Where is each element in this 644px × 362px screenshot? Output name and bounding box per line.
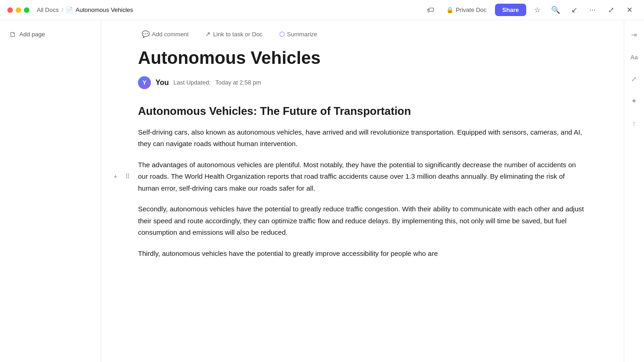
summarize-label: Summarize bbox=[287, 31, 317, 38]
close-icon-button[interactable]: ✕ bbox=[622, 3, 637, 17]
breadcrumb-separator: / bbox=[62, 6, 63, 13]
export-sidebar-button[interactable]: ↑ bbox=[627, 116, 642, 130]
paragraph-2-text: The advantages of autonomous vehicles ar… bbox=[138, 161, 576, 192]
share-sidebar-button[interactable]: ⤢ bbox=[627, 72, 642, 86]
private-doc-label: Private Doc bbox=[456, 6, 487, 13]
link-to-task-button[interactable]: ↗ Link to task or Doc bbox=[201, 28, 266, 40]
expand-icon-button[interactable]: ⤢ bbox=[604, 3, 618, 17]
paragraph-wrapper-1: Self-driving cars, also known as autonom… bbox=[138, 126, 587, 150]
tag-icon-button[interactable]: 🏷 bbox=[423, 3, 438, 17]
settings-sidebar-button[interactable]: ✦ bbox=[627, 94, 642, 108]
content-area: 💬 Add comment ↗ Link to task or Doc ⬡ Su… bbox=[101, 20, 624, 362]
add-page-button[interactable]: 🗋 Add page bbox=[6, 28, 95, 41]
lock-icon: 🔒 bbox=[446, 6, 454, 13]
maximize-button[interactable] bbox=[24, 7, 29, 13]
avatar: Y bbox=[138, 76, 151, 89]
comment-icon: 💬 bbox=[142, 30, 150, 38]
right-sidebar: ⇥ Aa ⤢ ✦ ↑ bbox=[624, 20, 644, 362]
document-title: Autonomous Vehicles bbox=[138, 48, 587, 69]
minimize-button[interactable] bbox=[16, 7, 21, 13]
star-icon-button[interactable]: ☆ bbox=[530, 3, 545, 17]
main-layout: 🗋 Add page 💬 Add comment ↗ Link to task … bbox=[0, 20, 644, 362]
breadcrumb: All Docs / 📄 Autonomous Vehicles bbox=[37, 6, 133, 13]
doc-icon: 📄 bbox=[66, 6, 73, 13]
private-doc-button[interactable]: 🔒 Private Doc bbox=[442, 5, 491, 15]
paragraph-wrapper-4: Thirdly, autonomous vehicles have the po… bbox=[138, 248, 587, 260]
paragraph-4: Thirdly, autonomous vehicles have the po… bbox=[138, 248, 587, 260]
breadcrumb-doc-title: Autonomous Vehicles bbox=[75, 6, 133, 13]
add-comment-label: Add comment bbox=[152, 31, 189, 38]
summarize-icon: ⬡ bbox=[279, 30, 285, 38]
font-size-button[interactable]: Aa bbox=[627, 50, 642, 64]
export-icon-button[interactable]: ↙ bbox=[567, 3, 581, 17]
paragraph-wrapper-3: Secondly, autonomous vehicles have the p… bbox=[138, 203, 587, 238]
close-button[interactable] bbox=[7, 7, 13, 13]
doc-author: You bbox=[155, 79, 169, 87]
collapse-sidebar-button[interactable]: ⇥ bbox=[627, 28, 642, 42]
titlebar-right: 🏷 🔒 Private Doc Share ☆ 🔍 ↙ ··· ⤢ ✕ bbox=[423, 3, 637, 17]
left-sidebar: 🗋 Add page bbox=[0, 20, 101, 362]
link-icon: ↗ bbox=[205, 30, 211, 38]
titlebar: All Docs / 📄 Autonomous Vehicles 🏷 🔒 Pri… bbox=[0, 0, 644, 20]
toolbar-row: 💬 Add comment ↗ Link to task or Doc ⬡ Su… bbox=[138, 20, 587, 44]
search-icon-button[interactable]: 🔍 bbox=[548, 3, 563, 17]
add-page-icon: 🗋 bbox=[9, 30, 16, 38]
breadcrumb-all-docs[interactable]: All Docs bbox=[37, 6, 59, 13]
paragraph-1: Self-driving cars, also known as autonom… bbox=[138, 126, 587, 150]
last-updated-value: Today at 2:58 pm bbox=[215, 79, 261, 86]
paragraph-2: The advantages of autonomous vehicles ar… bbox=[138, 159, 587, 194]
paragraph-wrapper-2: + ⠿ The advantages of autonomous vehicle… bbox=[138, 159, 587, 194]
last-updated-label: Last Updated: bbox=[173, 79, 211, 86]
share-button[interactable]: Share bbox=[495, 4, 526, 16]
drag-handle-button[interactable]: ⠿ bbox=[122, 171, 132, 181]
doc-meta: Y You Last Updated: Today at 2:58 pm bbox=[138, 76, 587, 89]
add-page-label: Add page bbox=[19, 31, 45, 38]
section-title: Autonomous Vehicles: The Future of Trans… bbox=[138, 104, 587, 118]
add-block-button[interactable]: + bbox=[110, 171, 121, 181]
summarize-button[interactable]: ⬡ Summarize bbox=[276, 28, 321, 40]
more-options-button[interactable]: ··· bbox=[585, 3, 600, 17]
add-comment-button[interactable]: 💬 Add comment bbox=[138, 28, 192, 40]
paragraph-3: Secondly, autonomous vehicles have the p… bbox=[138, 203, 587, 238]
link-to-task-label: Link to task or Doc bbox=[213, 31, 263, 38]
breadcrumb-doc[interactable]: 📄 Autonomous Vehicles bbox=[66, 6, 133, 13]
traffic-lights bbox=[7, 7, 29, 13]
titlebar-left: All Docs / 📄 Autonomous Vehicles bbox=[7, 6, 133, 13]
paragraph-actions: + ⠿ bbox=[110, 171, 132, 181]
